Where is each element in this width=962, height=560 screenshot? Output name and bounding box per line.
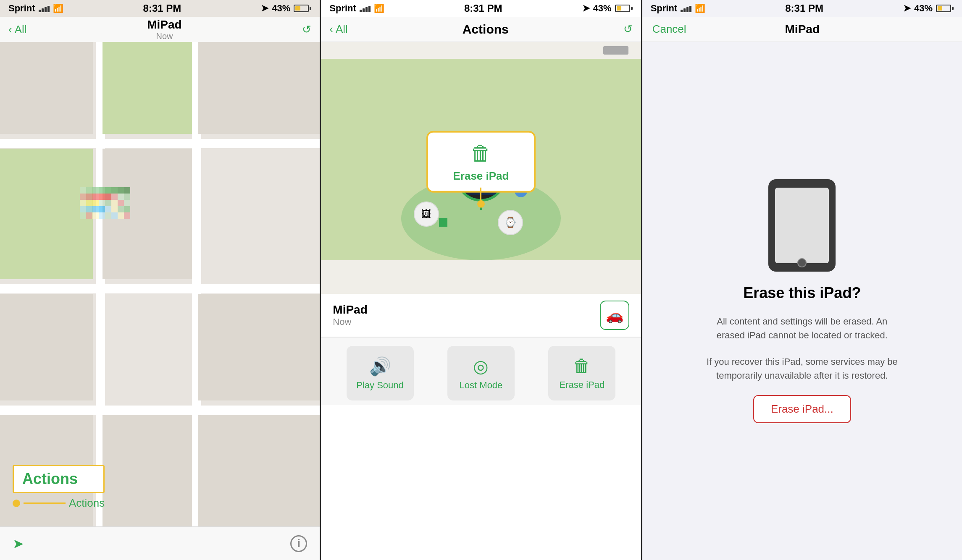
signal-bars-2 — [360, 5, 371, 12]
back-label-1: All — [15, 23, 27, 36]
erase-desc-2: If you recover this iPad, some services … — [705, 355, 899, 382]
map-bottom-bar: ➤ i — [0, 526, 320, 560]
device-time: Now — [333, 317, 367, 327]
block4 — [0, 294, 93, 400]
erase-popup[interactable]: 🗑 Erase iPad — [426, 131, 536, 193]
erase-title: Erase this iPad? — [743, 284, 861, 302]
battery-icon-3 — [936, 5, 954, 12]
bar4 — [368, 6, 371, 12]
road-h2 — [0, 284, 320, 293]
refresh-button-2[interactable]: ↺ — [623, 23, 633, 36]
erase-arrow-line — [480, 188, 481, 200]
ipad-home-btn — [797, 258, 807, 267]
erase-confirm-button[interactable]: Erase iPad... — [753, 395, 851, 423]
location-icon-3: ➤ — [903, 3, 911, 14]
battery-strip — [603, 46, 628, 55]
actions-arrow: Actions — [13, 497, 105, 510]
top-strip — [321, 42, 641, 59]
green2 — [103, 42, 192, 134]
carrier-2: Sprint — [329, 3, 356, 14]
back-button-2[interactable]: ‹ All — [329, 23, 348, 36]
map-area-1 — [0, 42, 320, 526]
location-icon-2: ➤ — [582, 3, 590, 14]
time-3: 8:31 PM — [785, 3, 823, 14]
battery-icon-2 — [615, 5, 633, 12]
signal-bars-1 — [39, 5, 50, 12]
actions-box-text: Actions — [22, 470, 78, 487]
cancel-button[interactable]: Cancel — [652, 23, 686, 36]
battery-fill-1 — [295, 6, 300, 10]
status-bar-1: Sprint 📶 8:31 PM ➤ 43% — [0, 0, 320, 17]
small-icon-2: ⌚ — [498, 210, 523, 235]
erase-popup-icon: 🗑 — [436, 141, 526, 165]
erase-ipad-label: Erase iPad — [560, 379, 605, 390]
nav-subtitle-1: Now — [147, 31, 181, 41]
wifi-icon-3: 📶 — [695, 3, 705, 13]
erase-arrow — [477, 188, 485, 208]
bar4 — [47, 6, 50, 12]
confirm-content: Erase this iPad? All content and setting… — [642, 42, 962, 560]
carrier-3: Sprint — [651, 3, 678, 14]
bar4 — [689, 6, 691, 12]
small-icon-1: 🖼 — [414, 201, 439, 227]
battery-pct-3: 43% — [914, 3, 933, 14]
status-right-1: ➤ 43% — [261, 3, 311, 14]
play-sound-icon: 🔊 — [369, 356, 391, 377]
status-left-3: Sprint 📶 — [651, 3, 706, 14]
erase-ipad-icon: 🗑 — [573, 356, 591, 376]
bar1 — [681, 10, 683, 12]
actions-map: 🖼 ⌚ 🗑 Erase iPad — [321, 42, 641, 294]
nav-title-block-1: MiPad Now — [147, 18, 181, 41]
battery-body-3 — [936, 5, 951, 12]
back-button-1[interactable]: ‹ All — [8, 23, 27, 36]
location-icon-1: ➤ — [261, 3, 268, 14]
erase-popup-label: Erase iPad — [436, 170, 526, 183]
location-icon[interactable]: ➤ — [13, 536, 24, 552]
nav-title-2: Actions — [463, 22, 509, 37]
bar2 — [683, 8, 686, 12]
arrow-dot — [13, 500, 20, 507]
back-label-2: All — [336, 23, 348, 36]
device-name: MiPad — [333, 303, 367, 317]
ipad-illustration — [768, 179, 836, 272]
action-buttons-row: 🔊 Play Sound ◎ Lost Mode 🗑 Erase iPad — [321, 337, 641, 405]
directions-icon[interactable]: 🚗 — [600, 301, 629, 330]
green1 — [0, 149, 93, 280]
panel-actions: Sprint 📶 8:31 PM ➤ 43% ‹ All — [321, 0, 641, 560]
device-pixel-art — [80, 187, 130, 263]
play-sound-button[interactable]: 🔊 Play Sound — [347, 346, 414, 400]
arrow-line — [24, 502, 66, 504]
device-info-text: MiPad Now — [333, 303, 367, 327]
road-h3 — [0, 406, 320, 415]
erase-ipad-button[interactable]: 🗑 Erase iPad — [548, 346, 615, 400]
bar1 — [39, 10, 41, 12]
back-chevron-2: ‹ — [329, 23, 333, 36]
back-chevron-1: ‹ — [8, 23, 12, 36]
erase-desc-1: All content and settings will be erased.… — [705, 314, 899, 342]
battery-body-1 — [294, 5, 309, 12]
battery-tip-1 — [310, 7, 311, 10]
block6 — [103, 415, 192, 526]
road-h1 — [0, 139, 320, 148]
nav-bar-1: ‹ All MiPad Now ↺ — [0, 17, 320, 42]
info-letter: i — [297, 537, 300, 550]
refresh-button-1[interactable]: ↺ — [302, 23, 311, 36]
battery-pct-2: 43% — [593, 3, 612, 14]
wifi-icon-2: 📶 — [374, 3, 384, 13]
carrier-1: Sprint — [8, 3, 35, 14]
panel-erase: Sprint 📶 8:31 PM ➤ 43% Cancel MiPad — [642, 0, 962, 560]
battery-tip-2 — [631, 7, 633, 10]
nav-title-block-3: MiPad — [785, 23, 820, 36]
bar3 — [365, 7, 368, 12]
ipad-screen — [775, 188, 829, 263]
play-sound-label: Play Sound — [356, 380, 404, 391]
erase-arrow-dot — [477, 200, 485, 208]
status-bar-2: Sprint 📶 8:31 PM ➤ 43% — [321, 0, 641, 17]
bar2 — [363, 8, 365, 12]
time-2: 8:31 PM — [464, 3, 502, 14]
info-icon[interactable]: i — [290, 535, 307, 552]
block8 — [198, 415, 320, 526]
block5 — [198, 294, 320, 400]
bar2 — [42, 8, 44, 12]
lost-mode-button[interactable]: ◎ Lost Mode — [447, 346, 515, 400]
